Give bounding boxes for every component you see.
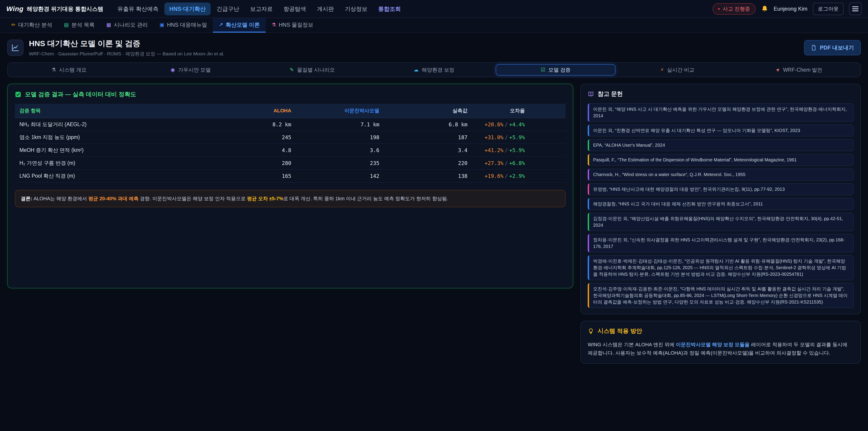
tab-label: 시나리오 관리 — [114, 21, 148, 29]
tab-diffusion-model-theory[interactable]: ↗ 확산모델 이론 — [213, 18, 266, 33]
book-icon — [588, 91, 594, 97]
table-header-row: 검증 항목 ALOHA 이문진박사모델 실측값 오차율 — [15, 104, 565, 118]
col-header-error: 오차율 — [472, 104, 565, 118]
cell-aloha: 280 — [219, 157, 296, 170]
col-header-aloha: ALOHA — [219, 104, 296, 118]
tab-hns-substance-info[interactable]: ⚗ HNS 물질정보 — [266, 18, 319, 33]
nav-aerial-search[interactable]: 항공탐색 — [278, 2, 311, 16]
validation-card-title: 모델 검증 결과 — 실측 데이터 대비 정확도 — [15, 90, 565, 98]
col-header-model: 이문진박사모델 — [296, 104, 384, 118]
page-chart-icon — [7, 39, 24, 56]
pencil-icon: ✏ — [11, 22, 16, 27]
note-highlight-error-range: 평균 오차 ±5-7% — [247, 196, 283, 202]
tab-wrf-chem[interactable]: ➤ WRF-Chem 발전 — [739, 64, 859, 75]
tab-system-overview[interactable]: ⚗ 시스템 개요 — [9, 64, 129, 75]
status-dot-icon: ● — [718, 7, 720, 11]
reference-item: 오진석·김주영·이득재·김용한·최준·이문진, “다항목 HNS 데이터의 실시… — [588, 283, 854, 308]
hamburger-menu-button[interactable] — [849, 2, 862, 15]
pdf-export-button[interactable]: PDF 내보내기 — [804, 40, 861, 55]
right-column: 참고 문헌 이문진 외, “해양 HNS 사고 시 대기확산 예측을 위한 가우… — [581, 84, 861, 364]
main-nav: 유출유 확산예측 HNS·대기확산 긴급구난 보고자료 항공탐색 게시판 기상정… — [112, 2, 406, 16]
nav-hns-atmospheric[interactable]: HNS·대기확산 — [164, 2, 211, 16]
page-subtitle: WRF-Chem · Gaussian Plume/Puff · ROMS · … — [29, 51, 224, 57]
references-title-text: 참고 문헌 — [598, 90, 623, 98]
cell-aloha: 245 — [219, 131, 296, 144]
reference-item: 유영범, “HNS 재난사고에 대한 해양경찰의 대응 방안”, 한국위기관리논… — [588, 183, 854, 195]
app-logo[interactable]: Wing 해양환경 위기대응 통합시스템 — [6, 5, 103, 13]
tab-atmos-analysis[interactable]: ✏ 대기확산 분석 — [5, 18, 58, 33]
cell-item: MeOH 증기 확산 면적 (km²) — [15, 144, 219, 157]
nav-board[interactable]: 게시판 — [312, 2, 339, 16]
lightbulb-icon — [588, 328, 594, 334]
cell-model: 3.6 — [296, 144, 384, 157]
manual-book-icon: ▣ — [160, 22, 164, 27]
tab-label: WRF-Chem 발전 — [783, 66, 822, 73]
flask-icon: ⚗ — [52, 67, 56, 72]
slash-separator: / — [503, 173, 509, 179]
cell-error: +20.6%/+4.4% — [472, 118, 565, 131]
note-text: ALOHA는 해양 환경에서 — [32, 196, 88, 202]
cell-item: LNG Pool 확산 직경 (m) — [15, 170, 219, 182]
cell-model: 142 — [296, 170, 384, 182]
nav-integrated-search[interactable]: 통합조회 — [373, 2, 406, 16]
reference-item: Charnock, H., “Wind stress on a water su… — [588, 168, 854, 181]
page-title-block: HNS 대기확산 모델 이론 및 검증 WRF-Chem · Gaussian … — [29, 38, 224, 57]
tab-gaussian-model[interactable]: ◉ 가우시안 모델 — [131, 64, 250, 75]
tab-label: 분석 목록 — [71, 21, 95, 29]
error-aloha: +41.2% — [485, 147, 503, 153]
logout-button[interactable]: 로그아웃 — [813, 3, 844, 15]
nav-weather-info[interactable]: 기상정보 — [340, 2, 372, 16]
tab-scenario-management[interactable]: ▦ 시나리오 관리 — [101, 18, 154, 33]
application-text: WING 시스템은 기본 ALOHA 엔진 위에 이문진박사모델 해양 보정 모… — [588, 340, 854, 357]
model-validation-card: 모델 검증 결과 — 실측 데이터 대비 정확도 검증 항목 ALOHA 이문진… — [7, 84, 573, 288]
cell-measured: 220 — [384, 157, 472, 170]
cell-aloha: 165 — [219, 170, 296, 182]
error-aloha: +19.6% — [485, 173, 503, 179]
tab-analysis-list[interactable]: ▤ 분석 목록 — [58, 18, 100, 33]
main-content: 모델 검증 결과 — 실측 데이터 대비 정확도 검증 항목 ALOHA 이문진… — [0, 84, 868, 364]
error-aloha: +20.6% — [485, 122, 503, 127]
logo-icon: Wing — [6, 5, 24, 13]
cell-model: 198 — [296, 131, 384, 144]
error-model: +5.9% — [509, 147, 525, 153]
tab-model-validation[interactable]: ☑ 모델 검증 — [496, 64, 616, 75]
table-row: MeOH 증기 확산 면적 (km²) 4.8 3.6 3.4 +41.2%/+… — [15, 144, 565, 157]
tab-realtime-comparison[interactable]: ⚡ 실시간 비교 — [617, 64, 737, 75]
cell-measured: 187 — [384, 131, 472, 144]
cloud-icon: ☁ — [414, 67, 418, 72]
note-text: 경향. 이문진박사모델은 해양 보정 인자 적용으로 — [138, 196, 247, 202]
table-row: 염소 1km 지점 농도 (ppm) 245 198 187 +31.0%/+5… — [15, 131, 565, 144]
cell-item: 염소 1km 지점 농도 (ppm) — [15, 131, 219, 144]
incident-status-badge: ● 사고 진행중 — [712, 3, 756, 15]
reference-item: 이문진 외, “친환경 선박연료 해양 유출 시 대기확산 특성 연구 — 암모… — [588, 125, 854, 136]
chart-up-icon: ↗ — [219, 22, 223, 27]
nav-report-materials[interactable]: 보고자료 — [245, 2, 278, 16]
application-highlight: 이문진박사모델 해양 보정 모듈을 — [676, 342, 749, 347]
nav-emergency-rescue[interactable]: 긴급구난 — [212, 2, 244, 16]
table-row: NH₃ 최대 도달거리 (AEGL-2) 8.2 km 7.1 km 6.8 k… — [15, 118, 565, 131]
nav-oil-spill-prediction[interactable]: 유출유 확산예측 — [112, 2, 163, 16]
tab-label: 물질별 시나리오 — [297, 66, 335, 73]
sub-nav: ✏ 대기확산 분석 ▤ 분석 목록 ▦ 시나리오 관리 ▣ HNS 대응매뉴얼 … — [0, 18, 868, 33]
slash-separator: / — [503, 134, 509, 140]
tab-marine-env-correction[interactable]: ☁ 해양환경 보정 — [374, 64, 494, 75]
incident-badge-label: 사고 진행중 — [723, 5, 750, 12]
page-header: HNS 대기확산 모델 이론 및 검증 WRF-Chem · Gaussian … — [0, 33, 868, 61]
reference-item: 이문진 외, “해양 HNS 사고 시 대기확산 예측을 위한 가우시안 모델의… — [588, 103, 854, 122]
tab-label: 가우시안 모델 — [178, 66, 211, 73]
document-icon — [811, 45, 817, 51]
note-label: 결론: — [21, 196, 32, 202]
tab-label: 해양환경 보정 — [422, 66, 454, 73]
tab-label: 대기확산 분석 — [18, 21, 52, 29]
pdf-button-label: PDF 내보내기 — [820, 44, 854, 51]
col-header-measured: 실측값 — [384, 104, 472, 118]
error-model: +5.9% — [509, 134, 525, 140]
reference-item: 김정겸·이문진 외, “해양산업시설 배출 위험유해물질(HNS)의 해양확산 … — [588, 213, 854, 231]
flask-icon: ⚗ — [272, 22, 276, 27]
slash-separator: / — [503, 160, 509, 166]
slash-separator: / — [503, 122, 509, 127]
tab-hns-response-manual[interactable]: ▣ HNS 대응매뉴얼 — [154, 18, 213, 33]
bell-icon[interactable] — [761, 5, 768, 12]
cell-error: +19.6%/+2.9% — [472, 170, 565, 182]
tab-substance-scenarios[interactable]: ✎ 물질별 시나리오 — [252, 64, 372, 75]
